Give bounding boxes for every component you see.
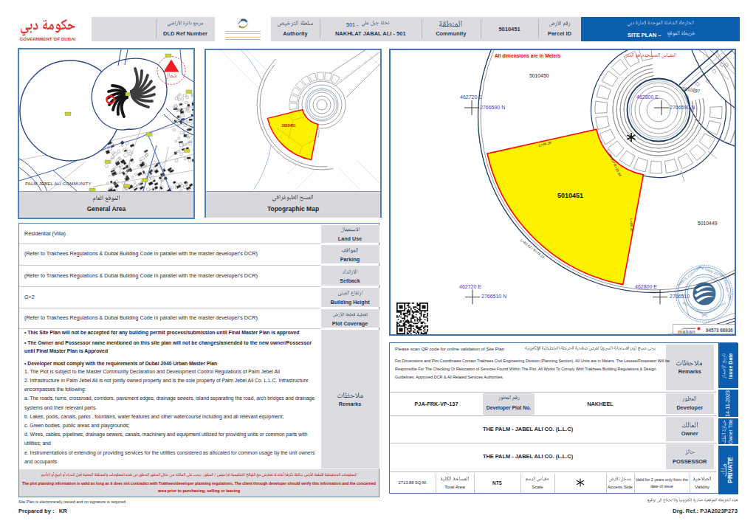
svg-text:& FREE ZONE: & FREE ZONE [701,266,724,277]
svg-text:PORTS, CUSTOMS: PORTS, CUSTOMS [676,265,702,287]
svg-text:makan: makan [678,329,695,334]
